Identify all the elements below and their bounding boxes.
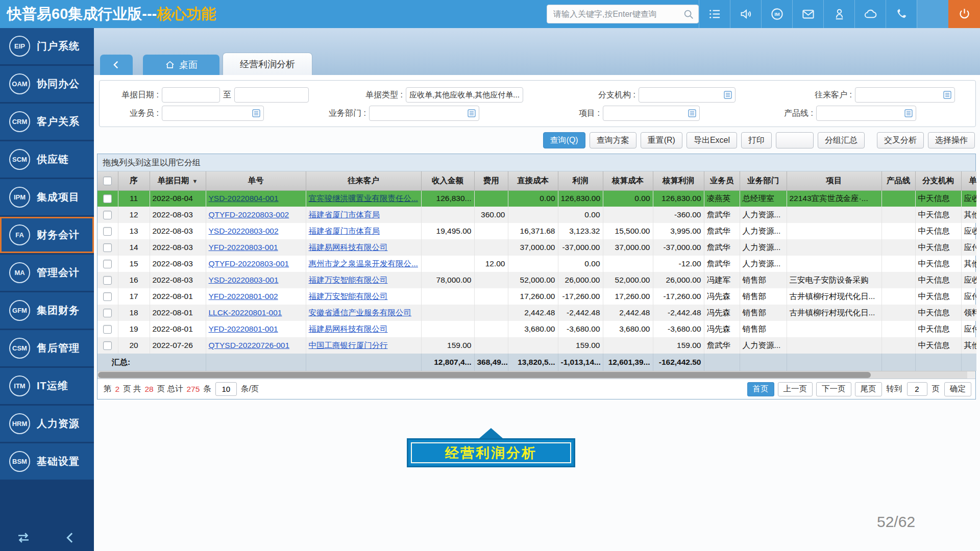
picker-grid-icon[interactable] [688,109,697,118]
table-row[interactable]: 142022-08-03YFD-20220803-001福建易网科技有限公司37… [97,239,976,256]
date-from-input[interactable] [162,87,220,103]
row-checkbox[interactable] [103,243,112,252]
picker-grid-icon[interactable] [904,109,913,118]
tab-desktop[interactable]: 桌面 [143,55,219,75]
col-header-acost[interactable]: 核算成本 [603,171,653,190]
table-row[interactable]: 132022-08-03YSD-20220803-002福建省厦门市体育局19,… [97,223,976,239]
customer-link[interactable]: 宜宾骏继洪骥置业有限责任公... [309,194,418,203]
customer-input[interactable] [855,87,955,103]
select-all-checkbox[interactable] [103,177,112,185]
cloud-button[interactable] [854,0,886,28]
sidebar-item-scm[interactable]: SCM供应链 [0,141,94,178]
branch-input[interactable] [639,87,736,103]
customer-link[interactable]: 福建万安智能有限公司 [309,276,388,284]
logout-button[interactable] [948,0,980,28]
table-row[interactable]: 122022-08-03QTYFD-20220803-002福建省厦门市体育局3… [97,207,976,223]
date-to-input[interactable] [234,87,309,103]
next-page-button[interactable]: 下一页 [816,382,851,396]
swap-arrows-icon[interactable] [16,530,31,545]
col-header-aprofit[interactable]: 核算利润 [653,171,704,190]
col-header-doc[interactable]: 单号 [206,171,306,190]
doc-link[interactable]: QTYFD-20220803-002 [209,210,289,219]
goto-page-input[interactable] [907,382,927,396]
action-button-1[interactable]: 查询方案 [590,132,636,148]
phone-button[interactable] [886,0,917,28]
doc-link[interactable]: QTYFD-20220803-001 [209,259,289,268]
col-header-branch[interactable]: 分支机构 [915,171,961,190]
doc-link[interactable]: YFD-20220803-001 [209,243,278,252]
customer-link[interactable]: 安徽省通信产业服务有限公司 [309,308,412,317]
customer-link[interactable]: 福建省厦门市体育局 [309,210,380,219]
col-header-direct[interactable]: 直接成本 [508,171,558,190]
col-header-fee[interactable]: 费用 [474,171,508,190]
doc-link[interactable]: LLCK-20220801-001 [209,308,282,317]
action-button-6[interactable]: 分组汇总 [818,132,865,148]
col-header-seq[interactable]: 序 [118,171,150,190]
customer-link[interactable]: 福建万安智能有限公司 [309,292,388,300]
row-checkbox[interactable] [103,325,112,334]
person-button[interactable] [823,0,854,28]
group-by-bar[interactable]: 拖拽列头到这里以用它分组 [97,154,975,171]
table-row[interactable]: 152022-08-03QTYFD-20220803-001惠州市龙之泉温泉开发… [97,256,976,272]
doc-link[interactable]: YFD-20220801-002 [209,292,278,300]
doc-link[interactable]: QTYSD-20220726-001 [209,341,290,349]
row-checkbox[interactable] [103,309,112,317]
global-search[interactable] [547,5,699,23]
sidebar-item-ma[interactable]: MA管理会计 [0,255,94,291]
collapse-sidebar-icon[interactable] [63,530,78,545]
salesperson-input[interactable] [162,106,264,121]
search-input[interactable] [553,10,683,19]
sidebar-item-fa[interactable]: FA财务会计 [0,217,94,253]
picker-grid-icon[interactable] [467,109,476,118]
tab-back-button[interactable] [100,55,133,75]
col-header-income[interactable]: 收入金额 [421,171,474,190]
horizontal-scrollbar[interactable] [97,371,975,379]
dept-input[interactable] [369,106,479,121]
project-input[interactable] [603,106,700,121]
col-header-project[interactable]: 项目 [787,171,881,190]
table-row[interactable]: 162022-08-03YSD-20220803-001福建万安智能有限公司78… [97,272,976,288]
sidebar-item-eip[interactable]: EIP门户系统 [0,28,94,64]
product-line-input[interactable] [816,106,916,121]
col-header-sel[interactable] [97,171,118,190]
customer-link[interactable]: 福建易网科技有限公司 [309,324,388,333]
row-checkbox[interactable] [103,211,112,219]
col-header-pline[interactable]: 产品线 [881,171,915,190]
picker-grid-icon[interactable] [252,109,261,118]
customer-link[interactable]: 惠州市龙之泉温泉开发有限公... [309,259,418,268]
menu-list-button[interactable] [699,0,730,28]
sidebar-item-gfm[interactable]: GFM集团财务 [0,292,94,329]
customer-link[interactable]: 福建省厦门市体育局 [309,227,380,235]
blank-button[interactable] [776,132,814,148]
page-size-input[interactable] [215,382,237,396]
action-button-4[interactable]: 打印 [741,132,772,148]
row-checkbox[interactable] [103,341,112,350]
speaker-button[interactable] [730,0,761,28]
doc-type-input[interactable] [406,87,523,103]
action-button-0[interactable]: 查询(Q) [543,132,585,148]
sidebar-item-ipm[interactable]: IPM集成项目 [0,179,94,215]
action-button-3[interactable]: 导出Excel [687,132,737,148]
customer-link[interactable]: 福建易网科技有限公司 [309,243,388,252]
sidebar-item-itm[interactable]: ITMIT运维 [0,368,94,404]
last-page-button[interactable]: 尾页 [855,382,882,396]
sidebar-item-hrm[interactable]: HRM人力资源 [0,406,94,442]
row-checkbox[interactable] [103,194,112,203]
col-header-date[interactable]: 单据日期▼ [150,171,206,190]
row-checkbox[interactable] [103,227,112,236]
tab-profit-analysis[interactable]: 经营利润分析 [223,53,312,75]
sidebar-item-crm[interactable]: CRM客户关系 [0,104,94,140]
row-checkbox[interactable] [103,276,112,285]
action-button-8[interactable]: 选择操作 [928,132,975,148]
action-button-2[interactable]: 重置(R) [641,132,682,148]
doc-link[interactable]: YSD-20220803-002 [209,227,279,235]
im-button[interactable]: IM [761,0,792,28]
doc-link[interactable]: YSD-20220804-001 [209,194,279,203]
customer-link[interactable]: 中国工商银行厦门分行 [309,341,388,349]
col-header-sales[interactable]: 业务员 [704,171,740,190]
mail-button[interactable] [792,0,823,28]
picker-grid-icon[interactable] [723,90,732,99]
doc-link[interactable]: YFD-20220801-001 [209,324,278,333]
goto-confirm-button[interactable]: 确定 [944,382,971,396]
prev-page-button[interactable]: 上一页 [778,382,813,396]
